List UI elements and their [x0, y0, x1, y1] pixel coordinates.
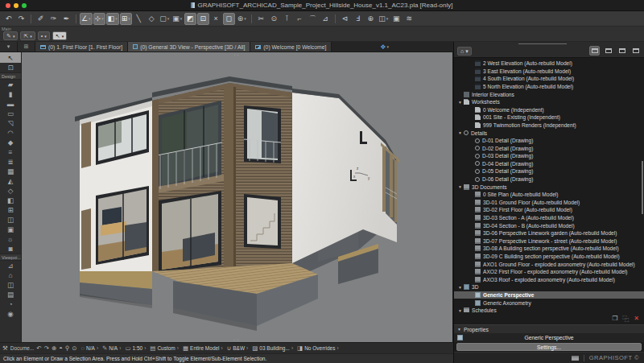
publisher-button[interactable] [630, 46, 641, 56]
pick-up-parameters-icon[interactable]: ✐ [35, 13, 47, 25]
interior-elevation-tool[interactable]: ◫ [0, 280, 21, 290]
properties-header[interactable]: ▼ Properties [454, 324, 644, 333]
tree-item[interactable]: 3D-01 Ground Floor (Auto-rebuild Model) [454, 199, 644, 207]
orbit-icon[interactable]: ⊕ [365, 13, 377, 25]
intersect-icon[interactable]: ⌐ [294, 13, 306, 25]
gravity-icon[interactable]: ╲ [133, 13, 145, 25]
morph-tool[interactable]: ◆ [0, 138, 21, 147]
column-tool[interactable]: ▮ [0, 89, 21, 99]
tree-item[interactable]: ▼3D Documents [454, 183, 644, 191]
search-icon[interactable]: ⊙ [268, 13, 280, 25]
redo-icon[interactable]: ↷ [15, 13, 27, 25]
roof-tool[interactable]: ◹ [0, 118, 21, 128]
project-map-button[interactable] [589, 46, 600, 56]
pane-drag-handle-top[interactable]: ·· [234, 52, 241, 57]
tree-item[interactable]: ▼Schedules [454, 307, 644, 313]
tree-item[interactable]: D-04 Detail (Drawing) [454, 160, 644, 168]
lamp-tool[interactable]: ☼ [0, 234, 21, 244]
minimize-window-button[interactable] [14, 3, 19, 8]
marquee-mode-icon[interactable]: ◻ [223, 13, 235, 25]
text-style-icon[interactable]: Ⅎ [352, 13, 364, 25]
tree-item[interactable]: 0 Welcome (Independent) [454, 105, 644, 113]
layer-combination-control[interactable]: ▨03 Building...› [252, 344, 293, 352]
copy-icon[interactable]: ▣ [390, 13, 402, 25]
arrow-tool-button[interactable]: ↖▾ [52, 31, 67, 40]
magic-wand-icon[interactable]: ◩ [184, 13, 196, 25]
snap-references-icon[interactable]: ◧▾ [106, 13, 119, 25]
layout-book-button[interactable] [617, 46, 627, 56]
new-folder-icon[interactable]: ❒ [612, 315, 617, 322]
tree-item[interactable]: 3D-07 Perspective Linework - street (Aut… [454, 237, 644, 245]
tree-item[interactable]: 0 Site Plan (Auto-rebuild Model) [454, 191, 644, 199]
tree-item[interactable]: ▼3D [454, 283, 644, 291]
section-tool[interactable]: ⊿ [0, 261, 21, 270]
close-window-button[interactable] [6, 3, 10, 8]
options-gear-icon[interactable]: ⊛▾ [236, 13, 248, 25]
camera-tool[interactable]: ◉ [0, 309, 21, 319]
suspend-groups-icon[interactable]: ▣▾ [171, 13, 184, 25]
zone-tool[interactable]: ◇ [0, 186, 21, 196]
split-icon[interactable]: ✂ [255, 13, 267, 25]
inject-parameters-icon[interactable]: ✑ [47, 13, 60, 25]
tree-item[interactable]: 3D-09 C Building section perspective (Au… [454, 253, 644, 261]
fillet-icon[interactable]: ⌒ [307, 13, 319, 25]
tree-item[interactable]: 4 South Elevation (Auto-rebuild Model) [454, 75, 644, 83]
tree-item[interactable]: Generic Axonometry [454, 299, 644, 307]
tree-item[interactable]: Interior Elevations [454, 90, 644, 98]
detail-tool[interactable]: ◔ [0, 299, 21, 309]
tree-item[interactable]: Generic Perspective [454, 291, 644, 299]
skylight-tool[interactable]: ◫ [0, 215, 21, 225]
worksheet-tool[interactable]: ▤ [0, 290, 21, 299]
palette-drag-handle[interactable] [518, 43, 567, 44]
view-map-button[interactable] [603, 46, 613, 56]
zoom-in-icon[interactable]: ⊕ [52, 344, 56, 352]
tree-item[interactable]: ▼Details [454, 129, 644, 137]
guide-lines-icon[interactable]: ∠▾ [80, 13, 93, 25]
tree-item[interactable]: D-02 Detail (Drawing) [454, 144, 644, 152]
renovation-filter-control[interactable]: ◌N/A› [81, 344, 98, 352]
wall-tool[interactable]: ▰ [0, 80, 21, 89]
clone-folder-icon[interactable]: ⿻ [622, 314, 629, 323]
undo-icon[interactable]: ↶ [2, 13, 14, 25]
pop-up-navigator-button[interactable]: ⊞ [18, 42, 35, 52]
layer-state-button[interactable]: ⇱▾ [20, 31, 35, 40]
tab-2[interactable]: (0) General 3D View - Perspective [3D / … [128, 42, 250, 52]
tree-item[interactable]: AXO2 First Floor - exploded axonometry (… [454, 268, 644, 276]
tree-item[interactable]: D-03 Detail (Drawing) [454, 152, 644, 160]
new-tab-options-button[interactable]: ❖▾ [380, 42, 389, 52]
stair-tool[interactable]: ≡ [0, 147, 21, 157]
marker-button[interactable]: •▾ [38, 31, 50, 40]
disclosure-triangle-icon[interactable]: ▼ [456, 285, 464, 290]
zoom-window-icon[interactable]: ⊙ [72, 344, 76, 352]
elevation-tool[interactable]: ⌂ [0, 270, 21, 280]
tree-item[interactable]: 3D-03 Section - A (Auto-rebuild Model) [454, 214, 644, 222]
tree-item[interactable]: 3D-06 Perspective Linework garden (Auto-… [454, 229, 644, 237]
trim-icon[interactable]: ⊺ [281, 13, 293, 25]
window-tool[interactable]: ⊞ [0, 205, 21, 215]
viewport-3d[interactable]: z x y [22, 52, 452, 342]
tree-item[interactable]: 3D-08 A Building section perspective (Au… [454, 245, 644, 253]
disclosure-triangle-icon[interactable]: ▼ [456, 308, 464, 313]
slab-tool[interactable]: ▭ [0, 109, 21, 118]
dimensions-control[interactable]: ▤Custom› [150, 344, 179, 352]
marquee-tool[interactable]: ⊡ [0, 63, 21, 72]
tree-item[interactable]: ▼Worksheets [454, 98, 644, 106]
tree-item[interactable]: AXO1 Ground Floor - exploded axonometry … [454, 260, 644, 268]
forward-icon[interactable]: ↷ [44, 344, 49, 352]
coordinates-icon[interactable]: ⊡ [197, 13, 209, 25]
favorites-icon[interactable]: ✒ [60, 13, 72, 25]
disclosure-triangle-icon[interactable]: ▼ [456, 130, 464, 135]
settings-button[interactable]: Settings... [456, 343, 642, 351]
pen-set-control[interactable]: ∪B&W› [227, 344, 248, 352]
snap-guides-icon[interactable]: ⊹▾ [93, 13, 105, 25]
explode-icon[interactable]: × [210, 13, 222, 25]
tree-item[interactable]: D-01 Detail (Drawing) [454, 137, 644, 145]
tree-item[interactable]: 3D-04 Section - B (Auto-rebuild Model) [454, 221, 644, 229]
project-chooser-button[interactable]: ⌂ ▾ [457, 47, 472, 56]
flag-icon[interactable]: ⊲ [339, 13, 351, 25]
adjust-icon[interactable]: ⊿ [320, 13, 332, 25]
tree-item[interactable]: 5 North Elevation (Auto-rebuild Model) [454, 83, 644, 91]
display-option-control[interactable]: ✎N/A› [102, 344, 121, 352]
beam-tool[interactable]: ▬ [0, 99, 21, 109]
print-icon[interactable] [572, 356, 579, 361]
